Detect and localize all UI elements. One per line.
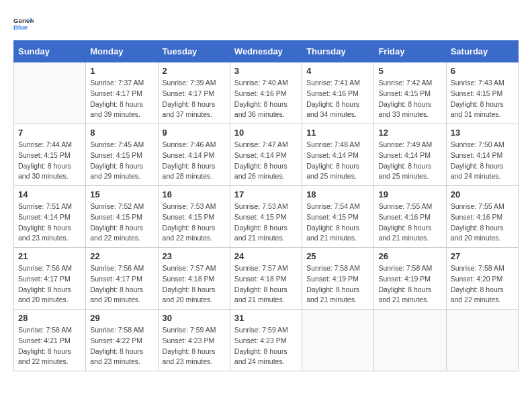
day-number: 15	[90, 189, 153, 199]
day-number: 16	[163, 189, 226, 199]
day-number: 22	[90, 251, 153, 261]
calendar-cell: 12Sunrise: 7:49 AMSunset: 4:14 PMDayligh…	[374, 124, 446, 186]
calendar-cell: 30Sunrise: 7:59 AMSunset: 4:23 PMDayligh…	[158, 310, 230, 371]
cell-content: Sunrise: 7:57 AMSunset: 4:18 PMDaylight:…	[163, 263, 226, 306]
calendar-cell: 7Sunrise: 7:44 AMSunset: 4:15 PMDaylight…	[14, 124, 86, 186]
calendar-week-row: 28Sunrise: 7:58 AMSunset: 4:21 PMDayligh…	[14, 310, 519, 371]
header-area: General Blue	[13, 13, 519, 34]
day-number: 26	[378, 251, 441, 261]
day-number: 17	[234, 189, 298, 199]
day-number: 5	[378, 66, 441, 76]
calendar-header-monday: Monday	[86, 41, 158, 62]
day-number: 6	[451, 66, 514, 76]
calendar-header-tuesday: Tuesday	[158, 41, 230, 62]
calendar-week-row: 14Sunrise: 7:51 AMSunset: 4:14 PMDayligh…	[14, 186, 519, 248]
cell-content: Sunrise: 7:59 AMSunset: 4:23 PMDaylight:…	[234, 325, 298, 367]
cell-content: Sunrise: 7:48 AMSunset: 4:14 PMDaylight:…	[306, 140, 369, 182]
cell-content: Sunrise: 7:49 AMSunset: 4:14 PMDaylight:…	[378, 140, 441, 182]
cell-content: Sunrise: 7:37 AMSunset: 4:17 PMDaylight:…	[90, 78, 153, 120]
day-number: 1	[90, 66, 153, 76]
day-number: 3	[234, 66, 298, 76]
day-number: 13	[451, 128, 514, 138]
calendar-cell: 13Sunrise: 7:50 AMSunset: 4:14 PMDayligh…	[446, 124, 518, 186]
cell-content: Sunrise: 7:58 AMSunset: 4:22 PMDaylight:…	[90, 325, 153, 367]
calendar-cell	[446, 310, 518, 371]
day-number: 23	[163, 251, 226, 261]
day-number: 10	[234, 128, 298, 138]
cell-content: Sunrise: 7:56 AMSunset: 4:17 PMDaylight:…	[90, 263, 153, 306]
calendar-cell: 24Sunrise: 7:57 AMSunset: 4:18 PMDayligh…	[230, 248, 302, 310]
cell-content: Sunrise: 7:51 AMSunset: 4:14 PMDaylight:…	[18, 201, 81, 244]
calendar-cell: 19Sunrise: 7:55 AMSunset: 4:16 PMDayligh…	[374, 186, 446, 248]
cell-content: Sunrise: 7:45 AMSunset: 4:15 PMDaylight:…	[90, 140, 153, 182]
calendar-cell: 1Sunrise: 7:37 AMSunset: 4:17 PMDaylight…	[86, 62, 158, 124]
cell-content: Sunrise: 7:55 AMSunset: 4:16 PMDaylight:…	[451, 201, 514, 244]
calendar-cell: 28Sunrise: 7:58 AMSunset: 4:21 PMDayligh…	[14, 310, 86, 371]
calendar-cell: 26Sunrise: 7:58 AMSunset: 4:19 PMDayligh…	[374, 248, 446, 310]
cell-content: Sunrise: 7:54 AMSunset: 4:15 PMDaylight:…	[306, 201, 369, 244]
day-number: 21	[18, 251, 81, 261]
calendar-cell: 20Sunrise: 7:55 AMSunset: 4:16 PMDayligh…	[446, 186, 518, 248]
day-number: 19	[378, 189, 441, 199]
day-number: 14	[18, 189, 81, 199]
cell-content: Sunrise: 7:50 AMSunset: 4:14 PMDaylight:…	[451, 140, 514, 182]
calendar-cell: 11Sunrise: 7:48 AMSunset: 4:14 PMDayligh…	[302, 124, 374, 186]
day-number: 2	[163, 66, 226, 76]
day-number: 11	[306, 128, 369, 138]
cell-content: Sunrise: 7:43 AMSunset: 4:15 PMDaylight:…	[451, 78, 514, 120]
cell-content: Sunrise: 7:42 AMSunset: 4:15 PMDaylight:…	[378, 78, 441, 120]
calendar-cell: 22Sunrise: 7:56 AMSunset: 4:17 PMDayligh…	[86, 248, 158, 310]
calendar-table: SundayMondayTuesdayWednesdayThursdayFrid…	[13, 40, 519, 371]
calendar-header-wednesday: Wednesday	[230, 41, 302, 62]
calendar-cell: 29Sunrise: 7:58 AMSunset: 4:22 PMDayligh…	[86, 310, 158, 371]
calendar-cell	[14, 62, 86, 124]
calendar-header-thursday: Thursday	[302, 41, 374, 62]
cell-content: Sunrise: 7:58 AMSunset: 4:19 PMDaylight:…	[306, 263, 369, 306]
cell-content: Sunrise: 7:39 AMSunset: 4:17 PMDaylight:…	[163, 78, 226, 120]
calendar-cell: 31Sunrise: 7:59 AMSunset: 4:23 PMDayligh…	[230, 310, 302, 371]
logo-icon: General Blue	[13, 13, 34, 34]
calendar-cell	[302, 310, 374, 371]
cell-content: Sunrise: 7:56 AMSunset: 4:17 PMDaylight:…	[18, 263, 81, 306]
day-number: 20	[451, 189, 514, 199]
calendar-cell: 15Sunrise: 7:52 AMSunset: 4:15 PMDayligh…	[86, 186, 158, 248]
day-number: 30	[163, 313, 226, 323]
calendar-cell: 5Sunrise: 7:42 AMSunset: 4:15 PMDaylight…	[374, 62, 446, 124]
calendar-cell: 18Sunrise: 7:54 AMSunset: 4:15 PMDayligh…	[302, 186, 374, 248]
calendar-cell: 16Sunrise: 7:53 AMSunset: 4:15 PMDayligh…	[158, 186, 230, 248]
calendar-week-row: 1Sunrise: 7:37 AMSunset: 4:17 PMDaylight…	[14, 62, 519, 124]
cell-content: Sunrise: 7:58 AMSunset: 4:19 PMDaylight:…	[378, 263, 441, 306]
day-number: 4	[306, 66, 369, 76]
day-number: 12	[378, 128, 441, 138]
calendar-header-saturday: Saturday	[446, 41, 518, 62]
calendar-cell: 27Sunrise: 7:58 AMSunset: 4:20 PMDayligh…	[446, 248, 518, 310]
svg-text:Blue: Blue	[13, 24, 28, 31]
calendar-week-row: 21Sunrise: 7:56 AMSunset: 4:17 PMDayligh…	[14, 248, 519, 310]
calendar-cell: 17Sunrise: 7:53 AMSunset: 4:15 PMDayligh…	[230, 186, 302, 248]
calendar-cell: 3Sunrise: 7:40 AMSunset: 4:16 PMDaylight…	[230, 62, 302, 124]
cell-content: Sunrise: 7:53 AMSunset: 4:15 PMDaylight:…	[163, 201, 226, 244]
cell-content: Sunrise: 7:53 AMSunset: 4:15 PMDaylight:…	[234, 201, 298, 244]
cell-content: Sunrise: 7:52 AMSunset: 4:15 PMDaylight:…	[90, 201, 153, 244]
cell-content: Sunrise: 7:58 AMSunset: 4:20 PMDaylight:…	[451, 263, 514, 306]
calendar-cell: 21Sunrise: 7:56 AMSunset: 4:17 PMDayligh…	[14, 248, 86, 310]
day-number: 18	[306, 189, 369, 199]
calendar-cell: 14Sunrise: 7:51 AMSunset: 4:14 PMDayligh…	[14, 186, 86, 248]
day-number: 24	[234, 251, 298, 261]
day-number: 27	[451, 251, 514, 261]
calendar-cell: 4Sunrise: 7:41 AMSunset: 4:16 PMDaylight…	[302, 62, 374, 124]
cell-content: Sunrise: 7:58 AMSunset: 4:21 PMDaylight:…	[18, 325, 81, 367]
calendar-cell: 9Sunrise: 7:46 AMSunset: 4:14 PMDaylight…	[158, 124, 230, 186]
cell-content: Sunrise: 7:59 AMSunset: 4:23 PMDaylight:…	[163, 325, 226, 367]
cell-content: Sunrise: 7:57 AMSunset: 4:18 PMDaylight:…	[234, 263, 298, 306]
day-number: 7	[18, 128, 81, 138]
day-number: 8	[90, 128, 153, 138]
calendar-cell	[374, 310, 446, 371]
day-number: 28	[18, 313, 81, 323]
calendar-header-sunday: Sunday	[14, 41, 86, 62]
calendar-week-row: 7Sunrise: 7:44 AMSunset: 4:15 PMDaylight…	[14, 124, 519, 186]
calendar-header-row: SundayMondayTuesdayWednesdayThursdayFrid…	[14, 41, 519, 62]
day-number: 9	[163, 128, 226, 138]
day-number: 29	[90, 313, 153, 323]
day-number: 31	[234, 313, 298, 323]
